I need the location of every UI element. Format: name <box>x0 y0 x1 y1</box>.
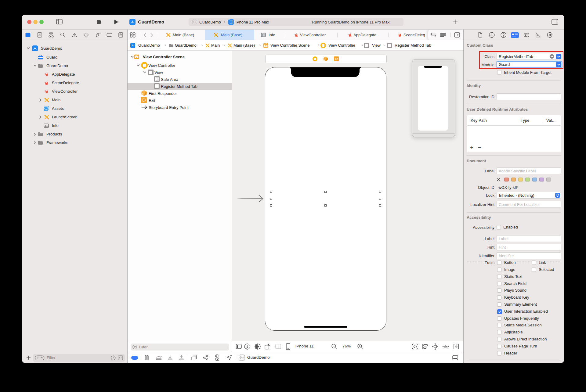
svg-text:1: 1 <box>144 93 146 95</box>
